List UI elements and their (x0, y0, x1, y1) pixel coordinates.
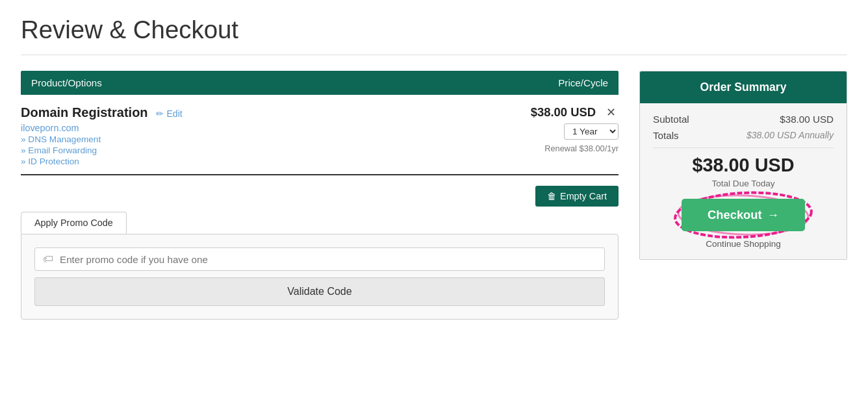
addon-id: » ID Protection (21, 157, 183, 166)
trash-icon: 🗑 (547, 191, 556, 201)
price-cycle-col-header: Price/Cycle (558, 77, 608, 88)
addon-email: » Email Forwarding (21, 145, 183, 155)
cycle-row: 1 Year 2 Years 3 Years (564, 123, 619, 140)
checkout-btn-wrap: Checkout → (653, 199, 834, 231)
addon-dns: » DNS Management (21, 134, 183, 144)
order-summary-box: Order Summary Subtotal $38.00 USD Totals… (639, 71, 847, 260)
total-amount: $38.00 USD (653, 155, 834, 176)
edit-icon: ✏ (156, 109, 164, 119)
order-summary-header: Order Summary (640, 71, 847, 103)
item-name: Domain Registration (21, 105, 148, 120)
order-summary-section: Order Summary Subtotal $38.00 USD Totals… (639, 71, 847, 260)
totals-line: Totals $38.00 USD Annually (653, 130, 834, 141)
totals-value: $38.00 USD Annually (747, 130, 834, 141)
tag-icon: 🏷 (43, 253, 53, 265)
item-name-row: Domain Registration ✏ Edit (21, 105, 183, 120)
promo-input-wrap: 🏷 (34, 247, 605, 271)
remove-item-button[interactable]: ✕ (604, 106, 619, 120)
product-options-col-header: Product/Options (31, 77, 102, 88)
cycle-dropdown[interactable]: 1 Year 2 Years 3 Years (564, 123, 619, 140)
continue-shopping-link[interactable]: Continue Shopping (653, 239, 834, 249)
title-divider (21, 55, 847, 55)
total-due-label: Total Due Today (653, 179, 834, 188)
subtotal-label: Subtotal (653, 114, 689, 125)
cart-item-info: Domain Registration ✏ Edit iloveporn.com… (21, 105, 183, 166)
empty-cart-label: Empty Cart (560, 191, 607, 201)
edit-link[interactable]: Edit (166, 108, 182, 119)
empty-cart-button[interactable]: 🗑 Empty Cart (535, 186, 619, 207)
checkout-label: Checkout (708, 208, 762, 222)
order-summary-body: Subtotal $38.00 USD Totals $38.00 USD An… (640, 103, 847, 259)
renewal-info: Renewal $38.00/1yr (544, 144, 619, 153)
arrow-right-icon: → (767, 208, 779, 222)
promo-tab[interactable]: Apply Promo Code (21, 212, 127, 234)
cart-section: Product/Options Price/Cycle Domain Regis… (21, 71, 619, 320)
page-title: Review & Checkout (21, 16, 847, 44)
item-domain: iloveporn.com (21, 123, 183, 133)
summary-divider (653, 147, 834, 148)
item-price: $38.00 USD (531, 105, 596, 120)
promo-box: 🏷 Validate Code (21, 234, 619, 320)
price-row: $38.00 USD ✕ (531, 105, 619, 120)
promo-code-input[interactable] (60, 254, 596, 265)
cart-table-header: Product/Options Price/Cycle (21, 71, 619, 95)
validate-code-button[interactable]: Validate Code (34, 277, 605, 306)
cart-item-price-col: $38.00 USD ✕ 1 Year 2 Years 3 Years Rene… (515, 105, 619, 153)
promo-tabs: Apply Promo Code (21, 212, 619, 234)
totals-label: Totals (653, 130, 679, 141)
cart-item-row: Domain Registration ✏ Edit iloveporn.com… (21, 95, 619, 175)
checkout-button[interactable]: Checkout → (682, 199, 805, 231)
main-layout: Product/Options Price/Cycle Domain Regis… (21, 71, 847, 320)
subtotal-line: Subtotal $38.00 USD (653, 114, 834, 125)
cart-actions-row: 🗑 Empty Cart (21, 186, 619, 207)
subtotal-value: $38.00 USD (780, 114, 834, 125)
